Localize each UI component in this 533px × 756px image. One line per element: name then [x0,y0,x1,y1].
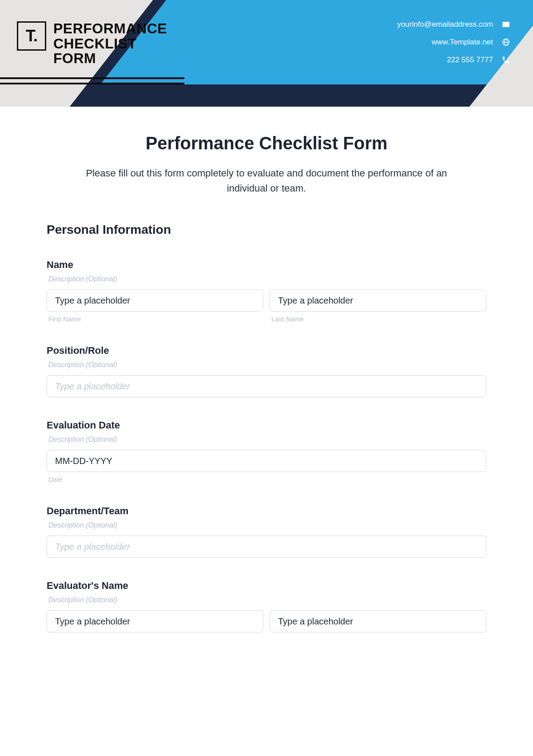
contact-email: yourinfo@emailaddress.com [397,20,493,29]
contact-block: yourinfo@emailaddress.com www.Template.n… [397,20,511,73]
contact-website: www.Template.net [432,38,493,47]
form-title: Performance Checklist Form [47,133,486,153]
header-title-line1: PERFORMANCE [53,21,167,36]
contact-email-row: yourinfo@emailaddress.com [397,20,511,29]
header-title: PERFORMANCE CHECKLIST FORM [53,21,167,66]
eval-date-input[interactable] [47,450,486,472]
section-personal-info: Personal Information [47,223,486,237]
label-position: Position/Role [47,345,486,356]
label-department: Department/Team [47,505,486,517]
phone-icon [501,55,511,65]
desc-eval-date: Description (Optional) [48,436,486,444]
sublabel-date: Date [48,476,486,483]
evaluator-last-input[interactable] [270,610,486,632]
sublabel-first-name: First Name [48,315,263,323]
sublabel-last-name: Last Name [271,315,486,323]
header-line [0,77,184,79]
last-name-input[interactable] [270,289,486,312]
field-name: Name Description (Optional) First Name L… [47,259,486,323]
label-eval-date: Evaluation Date [47,420,486,431]
desc-position: Description (Optional) [48,361,486,369]
first-name-input[interactable] [47,289,263,312]
label-evaluator: Evaluator's Name [47,580,486,592]
mail-icon [501,20,511,29]
field-eval-date: Evaluation Date Description (Optional) D… [47,420,486,483]
label-name: Name [47,259,486,271]
desc-name: Description (Optional) [48,275,486,283]
header-title-line2: CHECKLIST [53,36,167,52]
header-title-line3: FORM [53,51,167,66]
desc-department: Description (Optional) [48,521,486,529]
contact-phone: 222 555 7777 [447,56,493,64]
logo-block: T. PERFORMANCE CHECKLIST FORM [17,21,167,66]
contact-website-row: www.Template.net [397,37,511,47]
evaluator-first-input[interactable] [47,610,263,632]
field-position: Position/Role Description (Optional) [47,345,486,397]
header-line [0,83,184,84]
field-evaluator: Evaluator's Name Description (Optional) [47,580,486,632]
globe-icon [501,37,511,47]
desc-evaluator: Description (Optional) [48,596,486,604]
department-input[interactable] [47,536,486,558]
header-underlines [0,77,184,88]
field-department: Department/Team Description (Optional) [47,505,486,558]
form-intro: Please fill out this form completely to … [67,166,466,196]
position-input[interactable] [47,375,486,397]
logo-mark: T. [17,21,46,51]
contact-phone-row: 222 555 7777 [397,55,511,65]
form-area: Performance Checklist Form Please fill o… [47,133,486,655]
